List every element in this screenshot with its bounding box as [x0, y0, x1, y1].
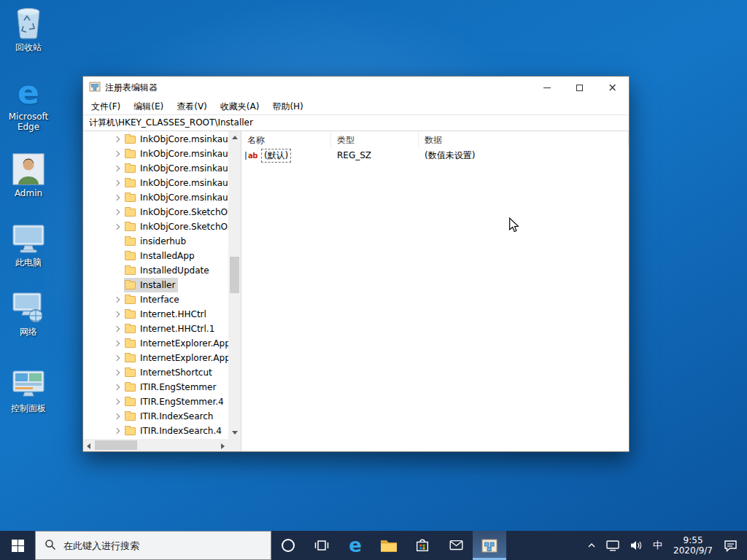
- maximize-button[interactable]: [563, 77, 596, 98]
- taskbar-clock[interactable]: 9:55 2020/9/7: [667, 535, 719, 556]
- tree-item[interactable]: InternetExplorer.Appl: [83, 336, 241, 351]
- menu-help[interactable]: 帮助(H): [266, 98, 309, 114]
- regedit-taskbar-button[interactable]: [473, 531, 506, 560]
- tree-item[interactable]: Internet.HHCtrl: [83, 307, 241, 322]
- close-button[interactable]: ×: [596, 77, 629, 98]
- registry-editor-window: 注册表编辑器 × 文件(F) 编辑(E) 查看(V) 收藏夹(A) 帮助(H) …: [82, 76, 630, 452]
- vertical-scrollbar[interactable]: [228, 131, 241, 439]
- menu-view[interactable]: 查看(V): [170, 98, 214, 114]
- mail-taskbar-button[interactable]: [439, 531, 473, 560]
- scroll-up-icon[interactable]: [232, 136, 238, 139]
- task-view-icon: [314, 538, 329, 553]
- desktop-icon-network[interactable]: 网络: [3, 290, 54, 337]
- tree-item-label: Installer: [140, 280, 175, 290]
- desktop-icon-control-panel[interactable]: 控制面板: [3, 367, 54, 413]
- tree-item[interactable]: InkObjCore.msinkaut: [83, 190, 241, 205]
- tree-item[interactable]: insiderhub: [83, 234, 241, 249]
- taskbar-search[interactable]: [35, 531, 271, 560]
- chevron-up-icon: [587, 542, 596, 548]
- tree-item[interactable]: InkObjCore.SketchOb: [83, 205, 241, 219]
- chevron-right-icon[interactable]: [112, 195, 124, 200]
- folder-icon: [125, 238, 136, 246]
- store-taskbar-button[interactable]: [406, 531, 439, 560]
- column-header-name[interactable]: 名称: [241, 131, 331, 147]
- tree-item[interactable]: InstalledApp: [83, 249, 241, 263]
- tree-item[interactable]: InkObjCore.SketchOb: [83, 219, 241, 234]
- folder-icon: [125, 369, 136, 377]
- column-header-type[interactable]: 类型: [331, 131, 419, 147]
- menu-edit[interactable]: 编辑(E): [127, 98, 170, 114]
- chevron-right-icon[interactable]: [112, 225, 124, 229]
- registry-value-row[interactable]: ab (默认) REG_SZ (数值未设置): [241, 147, 629, 163]
- address-input[interactable]: [83, 115, 629, 131]
- task-view-button[interactable]: [305, 531, 338, 560]
- desktop-icon-recycle-bin[interactable]: 回收站: [3, 6, 54, 52]
- chevron-right-icon[interactable]: [112, 414, 124, 419]
- menu-favorites[interactable]: 收藏夹(A): [214, 98, 266, 114]
- chevron-right-icon[interactable]: [112, 356, 124, 360]
- tree-item[interactable]: InternetShortcut: [83, 365, 241, 380]
- chevron-right-icon[interactable]: [112, 166, 124, 171]
- tree-item[interactable]: InstalledUpdate: [83, 263, 241, 278]
- file-explorer-taskbar-button[interactable]: [372, 531, 406, 560]
- registry-tree-pane[interactable]: InkObjCore.msinkaut InkObjCore.msinkaut …: [83, 131, 241, 451]
- chevron-right-icon[interactable]: [112, 341, 124, 346]
- tree-item[interactable]: InkObjCore.msinkaut: [83, 161, 241, 176]
- user-avatar-icon: [3, 152, 54, 187]
- horizontal-scroll-thumb[interactable]: [95, 440, 137, 450]
- start-button[interactable]: [0, 531, 35, 560]
- chevron-right-icon[interactable]: [112, 181, 124, 185]
- cortana-button[interactable]: [271, 531, 305, 560]
- edge-taskbar-button[interactable]: e: [338, 531, 372, 560]
- tree-item-selected[interactable]: Installer: [83, 278, 241, 292]
- tree-item[interactable]: Interface: [83, 292, 241, 307]
- desktop-icon-this-pc[interactable]: 此电脑: [3, 221, 54, 268]
- windows-logo-icon: [12, 540, 24, 552]
- scroll-left-icon[interactable]: [87, 443, 90, 449]
- scroll-right-icon[interactable]: [221, 443, 225, 449]
- desktop-icon-label: 此电脑: [3, 257, 54, 268]
- cortana-icon: [280, 537, 296, 553]
- store-icon: [414, 537, 430, 553]
- tree-item[interactable]: ITIR.EngStemmer.4: [83, 394, 241, 409]
- column-header-data[interactable]: 数据: [419, 131, 629, 147]
- volume-tray-icon[interactable]: [624, 531, 648, 560]
- tree-item[interactable]: InkObjCore.msinkaut: [83, 176, 241, 190]
- minimize-icon: [543, 88, 551, 88]
- chevron-right-icon[interactable]: [112, 370, 124, 375]
- tray-expand-button[interactable]: [582, 531, 601, 560]
- tree-item[interactable]: InternetExplorer.Appl: [83, 351, 241, 365]
- ime-indicator[interactable]: 中: [648, 531, 667, 560]
- chevron-right-icon[interactable]: [112, 400, 124, 404]
- menu-file[interactable]: 文件(F): [85, 98, 127, 114]
- recycle-bin-icon: [3, 6, 54, 41]
- minimize-button[interactable]: [530, 77, 563, 98]
- vertical-scroll-thumb[interactable]: [230, 257, 239, 293]
- chevron-right-icon[interactable]: [112, 298, 124, 302]
- regedit-app-icon[interactable]: [89, 81, 101, 95]
- tree-item[interactable]: InkObjCore.msinkaut: [83, 147, 241, 161]
- tree-item[interactable]: InkObjCore.msinkaut: [83, 132, 241, 147]
- horizontal-scrollbar[interactable]: [83, 439, 228, 451]
- tree-item[interactable]: ITIR.IndexSearch: [83, 409, 241, 424]
- chevron-right-icon[interactable]: [112, 429, 124, 433]
- desktop-icon-edge[interactable]: e Microsoft Edge: [3, 75, 54, 132]
- search-input[interactable]: [63, 540, 246, 551]
- desktop-icon-admin[interactable]: Admin: [3, 152, 54, 198]
- chevron-right-icon[interactable]: [112, 152, 124, 156]
- window-title: 注册表编辑器: [105, 82, 530, 94]
- chevron-right-icon[interactable]: [112, 210, 124, 214]
- chevron-right-icon[interactable]: [112, 327, 124, 331]
- action-center-button[interactable]: [719, 531, 743, 560]
- tree-item-label: InternetShortcut: [140, 368, 212, 378]
- tree-item[interactable]: ITIR.IndexSearch.4: [83, 424, 241, 438]
- chevron-right-icon[interactable]: [112, 312, 124, 316]
- network-tray-icon[interactable]: [601, 531, 624, 560]
- scroll-down-icon[interactable]: [232, 431, 238, 435]
- chevron-right-icon[interactable]: [112, 137, 124, 141]
- tree-item[interactable]: ITIR.EngStemmer: [83, 380, 241, 394]
- tree-item-label: Internet.HHCtrl: [140, 309, 206, 319]
- registry-values-pane[interactable]: 名称 类型 数据 ab (默认) REG_SZ (数值未设置): [241, 131, 629, 451]
- tree-item[interactable]: Internet.HHCtrl.1: [83, 322, 241, 336]
- chevron-right-icon[interactable]: [112, 385, 124, 389]
